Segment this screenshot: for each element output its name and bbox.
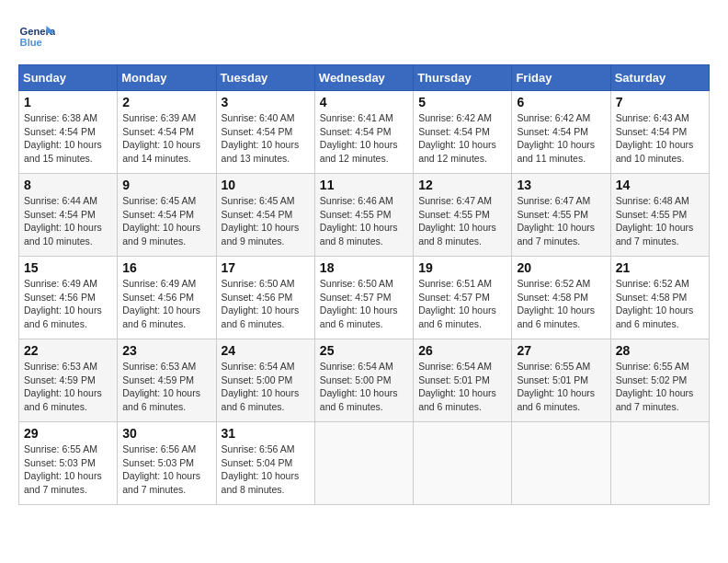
day-number: 10 bbox=[222, 178, 310, 192]
day-info: Sunrise: 6:55 AMSunset: 5:03 PMDaylight:… bbox=[24, 442, 112, 497]
day-info: Sunrise: 6:39 AMSunset: 4:54 PMDaylight:… bbox=[122, 111, 210, 166]
day-number: 1 bbox=[24, 95, 112, 109]
day-cell: 17 Sunrise: 6:50 AMSunset: 4:56 PMDaylig… bbox=[216, 257, 314, 339]
day-info: Sunrise: 6:46 AMSunset: 4:55 PMDaylight:… bbox=[320, 194, 408, 248]
day-info: Sunrise: 6:38 AMSunset: 4:54 PMDaylight:… bbox=[24, 111, 112, 166]
logo: General Blue bbox=[18, 18, 59, 55]
day-number: 26 bbox=[418, 343, 506, 358]
day-number: 29 bbox=[24, 426, 112, 441]
day-info: Sunrise: 6:47 AMSunset: 4:55 PMDaylight:… bbox=[418, 194, 506, 248]
day-cell: 19 Sunrise: 6:51 AMSunset: 4:57 PMDaylig… bbox=[414, 257, 512, 339]
day-number: 5 bbox=[418, 95, 506, 109]
day-cell: 11 Sunrise: 6:46 AMSunset: 4:55 PMDaylig… bbox=[314, 174, 413, 257]
day-number: 21 bbox=[616, 260, 704, 275]
day-cell: 3 Sunrise: 6:40 AMSunset: 4:54 PMDayligh… bbox=[216, 91, 314, 174]
day-number: 20 bbox=[517, 260, 605, 275]
day-header-saturday: Saturday bbox=[610, 65, 709, 91]
day-cell: 28 Sunrise: 6:55 AMSunset: 5:02 PMDaylig… bbox=[610, 339, 709, 422]
page-header: General Blue bbox=[18, 18, 710, 55]
day-info: Sunrise: 6:49 AMSunset: 4:56 PMDaylight:… bbox=[24, 277, 112, 331]
day-number: 17 bbox=[222, 260, 310, 275]
day-cell: 15 Sunrise: 6:49 AMSunset: 4:56 PMDaylig… bbox=[19, 257, 118, 339]
day-info: Sunrise: 6:42 AMSunset: 4:54 PMDaylight:… bbox=[517, 111, 605, 166]
day-number: 18 bbox=[320, 260, 408, 275]
day-cell: 6 Sunrise: 6:42 AMSunset: 4:54 PMDayligh… bbox=[512, 91, 610, 174]
week-row-2: 8 Sunrise: 6:44 AMSunset: 4:54 PMDayligh… bbox=[19, 174, 710, 257]
day-number: 16 bbox=[122, 260, 210, 275]
day-info: Sunrise: 6:53 AMSunset: 4:59 PMDaylight:… bbox=[122, 360, 210, 414]
day-number: 28 bbox=[616, 343, 704, 358]
day-cell bbox=[314, 422, 413, 505]
day-cell bbox=[512, 422, 610, 505]
day-number: 24 bbox=[222, 343, 310, 358]
week-row-1: 1 Sunrise: 6:38 AMSunset: 4:54 PMDayligh… bbox=[19, 91, 710, 174]
day-number: 12 bbox=[418, 178, 506, 192]
day-number: 3 bbox=[222, 95, 310, 109]
day-number: 6 bbox=[517, 95, 605, 109]
day-cell: 26 Sunrise: 6:54 AMSunset: 5:01 PMDaylig… bbox=[414, 339, 512, 422]
day-cell: 14 Sunrise: 6:48 AMSunset: 4:55 PMDaylig… bbox=[610, 174, 709, 257]
day-info: Sunrise: 6:51 AMSunset: 4:57 PMDaylight:… bbox=[418, 277, 506, 331]
day-info: Sunrise: 6:40 AMSunset: 4:54 PMDaylight:… bbox=[222, 111, 310, 166]
day-info: Sunrise: 6:41 AMSunset: 4:54 PMDaylight:… bbox=[320, 111, 408, 166]
day-cell bbox=[414, 422, 512, 505]
day-header-thursday: Thursday bbox=[414, 65, 512, 91]
day-number: 13 bbox=[517, 178, 605, 192]
day-info: Sunrise: 6:47 AMSunset: 4:55 PMDaylight:… bbox=[517, 194, 605, 248]
day-cell: 24 Sunrise: 6:54 AMSunset: 5:00 PMDaylig… bbox=[216, 339, 314, 422]
day-number: 27 bbox=[517, 343, 605, 358]
calendar-table: SundayMondayTuesdayWednesdayThursdayFrid… bbox=[18, 64, 710, 505]
day-cell: 31 Sunrise: 6:56 AMSunset: 5:04 PMDaylig… bbox=[216, 422, 314, 505]
day-info: Sunrise: 6:45 AMSunset: 4:54 PMDaylight:… bbox=[122, 194, 210, 248]
day-number: 25 bbox=[320, 343, 408, 358]
header-row: SundayMondayTuesdayWednesdayThursdayFrid… bbox=[19, 65, 710, 91]
day-info: Sunrise: 6:56 AMSunset: 5:03 PMDaylight:… bbox=[122, 442, 210, 497]
day-info: Sunrise: 6:52 AMSunset: 4:58 PMDaylight:… bbox=[517, 277, 605, 331]
day-info: Sunrise: 6:43 AMSunset: 4:54 PMDaylight:… bbox=[616, 111, 704, 166]
day-cell: 22 Sunrise: 6:53 AMSunset: 4:59 PMDaylig… bbox=[19, 339, 118, 422]
day-cell: 5 Sunrise: 6:42 AMSunset: 4:54 PMDayligh… bbox=[414, 91, 512, 174]
day-info: Sunrise: 6:45 AMSunset: 4:54 PMDaylight:… bbox=[222, 194, 310, 248]
day-cell: 12 Sunrise: 6:47 AMSunset: 4:55 PMDaylig… bbox=[414, 174, 512, 257]
day-cell: 27 Sunrise: 6:55 AMSunset: 5:01 PMDaylig… bbox=[512, 339, 610, 422]
day-number: 9 bbox=[122, 178, 210, 192]
week-row-3: 15 Sunrise: 6:49 AMSunset: 4:56 PMDaylig… bbox=[19, 257, 710, 339]
week-row-5: 29 Sunrise: 6:55 AMSunset: 5:03 PMDaylig… bbox=[19, 422, 710, 505]
day-cell: 29 Sunrise: 6:55 AMSunset: 5:03 PMDaylig… bbox=[19, 422, 118, 505]
day-cell: 21 Sunrise: 6:52 AMSunset: 4:58 PMDaylig… bbox=[610, 257, 709, 339]
day-number: 4 bbox=[320, 95, 408, 109]
day-number: 11 bbox=[320, 178, 408, 192]
day-cell: 23 Sunrise: 6:53 AMSunset: 4:59 PMDaylig… bbox=[118, 339, 216, 422]
day-cell bbox=[610, 422, 709, 505]
day-cell: 8 Sunrise: 6:44 AMSunset: 4:54 PMDayligh… bbox=[19, 174, 118, 257]
day-cell: 7 Sunrise: 6:43 AMSunset: 4:54 PMDayligh… bbox=[610, 91, 709, 174]
week-row-4: 22 Sunrise: 6:53 AMSunset: 4:59 PMDaylig… bbox=[19, 339, 710, 422]
day-info: Sunrise: 6:54 AMSunset: 5:01 PMDaylight:… bbox=[418, 360, 506, 414]
day-number: 30 bbox=[122, 426, 210, 441]
day-cell: 4 Sunrise: 6:41 AMSunset: 4:54 PMDayligh… bbox=[314, 91, 413, 174]
day-info: Sunrise: 6:53 AMSunset: 4:59 PMDaylight:… bbox=[24, 360, 112, 414]
day-number: 15 bbox=[24, 260, 112, 275]
day-info: Sunrise: 6:54 AMSunset: 5:00 PMDaylight:… bbox=[320, 360, 408, 414]
day-cell: 20 Sunrise: 6:52 AMSunset: 4:58 PMDaylig… bbox=[512, 257, 610, 339]
day-info: Sunrise: 6:50 AMSunset: 4:57 PMDaylight:… bbox=[320, 277, 408, 331]
day-number: 8 bbox=[24, 178, 112, 192]
day-info: Sunrise: 6:44 AMSunset: 4:54 PMDaylight:… bbox=[24, 194, 112, 248]
day-cell: 2 Sunrise: 6:39 AMSunset: 4:54 PMDayligh… bbox=[118, 91, 216, 174]
day-number: 14 bbox=[616, 178, 704, 192]
day-info: Sunrise: 6:42 AMSunset: 4:54 PMDaylight:… bbox=[418, 111, 506, 166]
day-cell: 13 Sunrise: 6:47 AMSunset: 4:55 PMDaylig… bbox=[512, 174, 610, 257]
day-cell: 30 Sunrise: 6:56 AMSunset: 5:03 PMDaylig… bbox=[118, 422, 216, 505]
day-header-tuesday: Tuesday bbox=[216, 65, 314, 91]
day-info: Sunrise: 6:52 AMSunset: 4:58 PMDaylight:… bbox=[616, 277, 704, 331]
day-cell: 25 Sunrise: 6:54 AMSunset: 5:00 PMDaylig… bbox=[314, 339, 413, 422]
day-info: Sunrise: 6:48 AMSunset: 4:55 PMDaylight:… bbox=[616, 194, 704, 248]
day-number: 23 bbox=[122, 343, 210, 358]
day-info: Sunrise: 6:49 AMSunset: 4:56 PMDaylight:… bbox=[122, 277, 210, 331]
day-cell: 10 Sunrise: 6:45 AMSunset: 4:54 PMDaylig… bbox=[216, 174, 314, 257]
day-info: Sunrise: 6:54 AMSunset: 5:00 PMDaylight:… bbox=[222, 360, 310, 414]
day-info: Sunrise: 6:55 AMSunset: 5:01 PMDaylight:… bbox=[517, 360, 605, 414]
day-header-wednesday: Wednesday bbox=[314, 65, 413, 91]
day-number: 31 bbox=[222, 426, 310, 441]
day-number: 7 bbox=[616, 95, 704, 109]
